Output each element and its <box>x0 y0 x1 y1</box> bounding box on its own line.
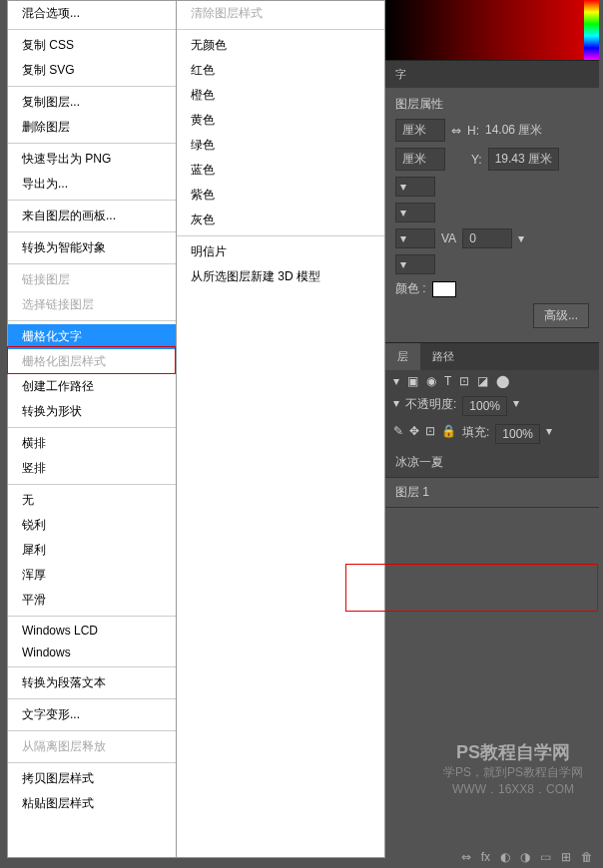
menu-release-isolation: 从隔离图层释放 <box>8 734 176 759</box>
menu-rasterize-type[interactable]: 栅格化文字 <box>8 324 176 349</box>
menu-delete-layer[interactable]: 删除图层 <box>8 115 176 140</box>
menu-copy-layer-style[interactable]: 拷贝图层样式 <box>8 766 176 791</box>
dropdown-1[interactable]: ▾ <box>395 177 435 197</box>
color-gradient[interactable] <box>385 0 599 60</box>
menu-artboard-from-layers[interactable]: 来自图层的画板... <box>8 204 176 228</box>
watermark-title: PS教程自学网 <box>443 740 583 764</box>
menu-aa-smooth[interactable]: 平滑 <box>8 588 176 613</box>
y-value[interactable]: 19.43 厘米 <box>488 148 559 171</box>
menu-windows-lcd[interactable]: Windows LCD <box>8 620 176 642</box>
menu-copy-svg[interactable]: 复制 SVG <box>8 58 176 83</box>
dropdown-2[interactable]: ▾ <box>395 203 435 222</box>
separator <box>8 427 176 428</box>
menu-aa-crisp[interactable]: 犀利 <box>8 538 176 563</box>
fx-icon[interactable]: fx <box>481 850 490 864</box>
brush-icon[interactable]: ✎ <box>393 424 403 444</box>
va-value[interactable]: 0 <box>462 228 512 248</box>
menu-warp-text[interactable]: 文字变形... <box>8 702 176 727</box>
color-swatch[interactable] <box>432 281 456 297</box>
tab-layers[interactable]: 层 <box>385 343 420 370</box>
menu-gray[interactable]: 灰色 <box>177 208 384 232</box>
menu-select-linked: 选择链接图层 <box>8 292 176 317</box>
shape-filter-icon[interactable]: ⊡ <box>459 374 469 388</box>
menu-new-3d-from-layer[interactable]: 从所选图层新建 3D 模型 <box>177 264 384 289</box>
smart-filter-icon[interactable]: ◪ <box>477 374 488 388</box>
link-icon[interactable]: ⇔ <box>451 124 461 138</box>
separator <box>8 484 176 485</box>
more-icon[interactable]: ⬤ <box>496 374 509 388</box>
separator <box>8 86 176 87</box>
chevron-down-icon[interactable]: ▾ <box>546 424 552 444</box>
layer-name: 图层 1 <box>395 484 429 501</box>
chevron-down-icon[interactable]: ▾ <box>393 396 399 416</box>
menu-blend-options[interactable]: 混合选项... <box>8 1 176 26</box>
menu-clear-layer-style: 清除图层样式 <box>177 1 384 26</box>
link-layers-icon[interactable]: ⇔ <box>461 850 471 864</box>
menu-yellow[interactable]: 黄色 <box>177 108 384 133</box>
watermark: PS教程自学网 学PS，就到PS教程自学网 WWW．16XX8．COM <box>443 740 583 798</box>
menu-aa-sharp[interactable]: 锐利 <box>8 513 176 538</box>
menu-copy-css[interactable]: 复制 CSS <box>8 33 176 58</box>
chevron-down-icon[interactable]: ▾ <box>513 396 519 416</box>
opacity-value[interactable]: 100% <box>462 396 507 416</box>
menu-windows[interactable]: Windows <box>8 642 176 663</box>
h-value: 14.06 厘米 <box>485 122 542 139</box>
fill-value[interactable]: 100% <box>495 424 540 444</box>
separator <box>8 698 176 699</box>
new-layer-icon[interactable]: ⊞ <box>561 850 571 864</box>
menu-aa-none[interactable]: 无 <box>8 488 176 513</box>
adjustment-filter-icon[interactable]: ◉ <box>426 374 436 388</box>
folder-icon[interactable]: ▭ <box>540 850 551 864</box>
color-label: 颜色 : <box>395 280 426 297</box>
menu-duplicate-layer[interactable]: 复制图层... <box>8 90 176 115</box>
menu-horizontal[interactable]: 横排 <box>8 431 176 456</box>
menu-vertical[interactable]: 竖排 <box>8 456 176 481</box>
unit-field-2[interactable]: 厘米 <box>395 148 445 171</box>
menu-create-work-path[interactable]: 创建工作路径 <box>8 374 176 399</box>
menu-aa-strong[interactable]: 浑厚 <box>8 563 176 588</box>
menu-paste-layer-style[interactable]: 粘贴图层样式 <box>8 791 176 816</box>
layer-row-text[interactable]: 冰凉一夏 <box>385 448 599 478</box>
separator <box>8 320 176 321</box>
menu-green[interactable]: 绿色 <box>177 133 384 158</box>
layers-footer-icons: ⇔ fx ◐ ◑ ▭ ⊞ 🗑 <box>461 850 593 864</box>
menu-blue[interactable]: 蓝色 <box>177 158 384 183</box>
menu-purple[interactable]: 紫色 <box>177 183 384 208</box>
menu-convert-paragraph[interactable]: 转换为段落文本 <box>8 670 176 695</box>
unit-field[interactable]: 厘米 <box>395 119 445 142</box>
menu-quick-export-png[interactable]: 快速导出为 PNG <box>8 147 176 172</box>
hue-strip[interactable] <box>584 0 599 60</box>
crop-icon[interactable]: ⊡ <box>425 424 435 444</box>
menu-orange[interactable]: 橙色 <box>177 83 384 108</box>
chevron-down-icon[interactable]: ▾ <box>518 231 524 245</box>
menu-postcard[interactable]: 明信片 <box>177 239 384 264</box>
dropdown-4[interactable]: ▾ <box>395 254 435 274</box>
panel-header-char: 图层字 <box>385 60 599 88</box>
y-label: Y: <box>471 153 482 167</box>
mask-icon[interactable]: ◐ <box>500 850 510 864</box>
advanced-button[interactable]: 高级... <box>533 303 589 328</box>
menu-no-color[interactable]: 无颜色 <box>177 33 384 58</box>
dropdown-3[interactable]: ▾ <box>395 228 435 248</box>
menu-convert-shape[interactable]: 转换为形状 <box>8 399 176 424</box>
menu-convert-smart-object[interactable]: 转换为智能对象 <box>8 235 176 260</box>
lock-icon[interactable]: 🔒 <box>441 424 456 444</box>
move-icon[interactable]: ✥ <box>409 424 419 444</box>
type-filter-icon[interactable]: T <box>444 374 451 388</box>
chevron-down-icon[interactable]: ▾ <box>393 374 399 388</box>
image-filter-icon[interactable]: ▣ <box>407 374 418 388</box>
separator <box>8 200 176 201</box>
watermark-line1: 学PS，就到PS教程自学网 <box>443 764 583 781</box>
separator <box>8 263 176 264</box>
opacity-label: 不透明度: <box>405 396 456 416</box>
context-menu-right: 清除图层样式 无颜色 红色 橙色 黄色 绿色 蓝色 紫色 灰色 明信片 从所选图… <box>176 0 385 858</box>
layer-name: 冰凉一夏 <box>395 454 443 471</box>
menu-rasterize-style: 栅格化图层样式 <box>8 349 176 374</box>
trash-icon[interactable]: 🗑 <box>581 850 593 864</box>
adjustment-icon[interactable]: ◑ <box>520 850 530 864</box>
menu-export-as[interactable]: 导出为... <box>8 172 176 197</box>
tab-paths[interactable]: 路径 <box>420 343 466 370</box>
menu-red[interactable]: 红色 <box>177 58 384 83</box>
layer-row-1[interactable]: 图层 1 <box>385 478 599 508</box>
separator <box>8 616 176 617</box>
